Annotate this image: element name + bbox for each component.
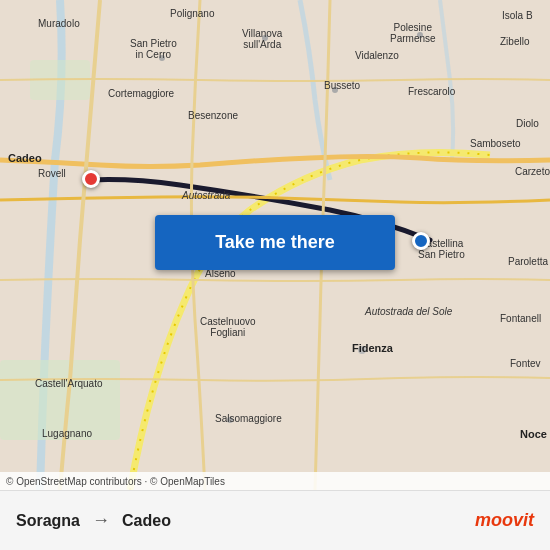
destination-pin (82, 170, 100, 188)
svg-point-6 (332, 87, 338, 93)
arrow-icon: → (92, 510, 110, 531)
moovit-brand: moovit (475, 510, 534, 531)
svg-point-7 (358, 346, 366, 354)
moovit-logo: moovit (475, 510, 534, 531)
svg-point-3 (159, 55, 165, 61)
map: Muradolo Polignano Isola B San Pietroin … (0, 0, 550, 490)
svg-point-8 (227, 417, 233, 423)
map-attribution: © OpenStreetMap contributors · © OpenMap… (0, 472, 550, 490)
route-info: Soragna → Cadeo (16, 510, 475, 531)
destination-label: Cadeo (122, 512, 171, 530)
svg-point-4 (262, 35, 268, 41)
origin-pin (412, 232, 430, 250)
origin-label: Soragna (16, 512, 80, 530)
take-me-there-button[interactable]: Take me there (155, 215, 395, 270)
svg-point-5 (417, 32, 423, 38)
svg-rect-1 (0, 360, 120, 440)
bottom-bar: Soragna → Cadeo moovit (0, 490, 550, 550)
